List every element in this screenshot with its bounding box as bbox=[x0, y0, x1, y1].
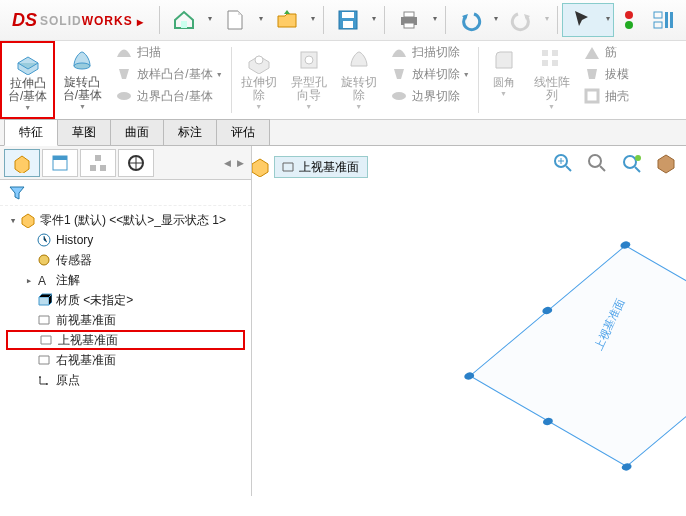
sweep-cut-icon bbox=[390, 43, 408, 61]
plane-icon bbox=[38, 332, 54, 348]
tree-top-plane[interactable]: 上视基准面 bbox=[6, 330, 245, 350]
extrude-cut-icon bbox=[245, 46, 273, 74]
app-logo: DS SOLIDWORKS ▸ bbox=[4, 10, 155, 31]
draft-button[interactable]: 拔模 bbox=[577, 63, 635, 85]
save-icon bbox=[336, 8, 360, 32]
redo-button[interactable] bbox=[502, 3, 554, 37]
svg-rect-23 bbox=[53, 156, 67, 160]
tab-features[interactable]: 特征 bbox=[4, 119, 58, 146]
dimxpert-icon bbox=[126, 153, 146, 173]
tree-origin[interactable]: 原点 bbox=[6, 370, 245, 390]
tree-root[interactable]: ▾ 零件1 (默认) <<默认>_显示状态 1> bbox=[6, 210, 245, 230]
origin-icon bbox=[36, 372, 52, 388]
svg-rect-3 bbox=[343, 21, 353, 28]
sweep-button[interactable]: 扫描 bbox=[109, 41, 228, 63]
view-tools bbox=[550, 150, 680, 176]
zoom-fit-button[interactable] bbox=[550, 150, 578, 176]
shell-icon bbox=[583, 87, 601, 105]
loft-button[interactable]: 放样凸台/基体▼ bbox=[109, 63, 228, 85]
tab-annotate[interactable]: 标注 bbox=[163, 119, 217, 145]
svg-point-12 bbox=[117, 92, 131, 100]
loft-cut-button[interactable]: 放样切除▼ bbox=[384, 63, 476, 85]
draft-icon bbox=[583, 65, 601, 83]
panel-tab-feature-tree[interactable] bbox=[4, 149, 40, 177]
tab-evaluate[interactable]: 评估 bbox=[216, 119, 270, 145]
hole-wizard-button[interactable]: 异型孔向导▼ bbox=[284, 41, 334, 119]
svg-rect-6 bbox=[404, 23, 414, 28]
svg-rect-21 bbox=[586, 90, 598, 102]
panel-tab-dimxpert[interactable] bbox=[118, 149, 154, 177]
tree-filter[interactable] bbox=[0, 180, 251, 206]
top-plane-graphic[interactable] bbox=[469, 245, 686, 467]
svg-rect-19 bbox=[542, 60, 548, 66]
zoom-fit-icon bbox=[552, 152, 576, 174]
traffic-indicator bbox=[622, 11, 636, 29]
linear-pattern-button[interactable]: 线性阵列▼ bbox=[527, 41, 577, 119]
shell-button[interactable]: 抽壳 bbox=[577, 85, 635, 107]
open-button[interactable] bbox=[267, 3, 319, 37]
prev-view-button[interactable] bbox=[618, 150, 646, 176]
sweep-cut-button[interactable]: 扫描切除 bbox=[384, 41, 476, 63]
panel-next[interactable]: ▶ bbox=[234, 156, 247, 170]
rib-icon bbox=[583, 43, 601, 61]
graphics-viewport[interactable]: 上视基准面 上视基准面 bbox=[252, 146, 686, 496]
property-icon bbox=[50, 153, 70, 173]
logo-works: WORKS bbox=[82, 14, 133, 28]
cursor-icon bbox=[570, 8, 594, 32]
boundary-cut-button[interactable]: 边界切除 bbox=[384, 85, 476, 107]
feature-manager-panel: ◀ ▶ ▾ 零件1 (默认) <<默认>_显示状态 1> History 传感器 bbox=[0, 146, 252, 496]
tree-history[interactable]: History bbox=[6, 230, 245, 250]
home-icon bbox=[172, 8, 196, 32]
print-button[interactable] bbox=[389, 3, 441, 37]
svg-point-13 bbox=[255, 56, 263, 64]
extrude-cut-button[interactable]: 拉伸切除▼ bbox=[234, 41, 284, 119]
tree-front-plane[interactable]: 前视基准面 bbox=[6, 310, 245, 330]
tree-material[interactable]: 材质 <未指定> bbox=[6, 290, 245, 310]
panel-icon bbox=[651, 8, 675, 32]
undo-button[interactable] bbox=[450, 3, 502, 37]
extrude-boss-button[interactable]: 拉伸凸台/基体 ▼ bbox=[0, 41, 55, 119]
prev-view-icon bbox=[620, 152, 644, 174]
svg-rect-26 bbox=[100, 165, 106, 171]
revolve-cut-button[interactable]: 旋转切除▼ bbox=[334, 41, 384, 119]
svg-rect-0 bbox=[181, 21, 187, 28]
command-tabs: 特征 草图 曲面 标注 评估 bbox=[0, 120, 686, 146]
boundary-button[interactable]: 边界凸台/基体 bbox=[109, 85, 228, 107]
breadcrumb-label: 上视基准面 bbox=[299, 159, 359, 176]
panel-tab-config[interactable] bbox=[80, 149, 116, 177]
zoom-area-button[interactable] bbox=[584, 150, 612, 176]
save-button[interactable] bbox=[328, 3, 380, 37]
home-button[interactable] bbox=[164, 3, 216, 37]
svg-point-29 bbox=[39, 255, 49, 265]
sensor-icon bbox=[36, 252, 52, 268]
open-icon bbox=[275, 8, 299, 32]
svg-rect-7 bbox=[654, 12, 662, 18]
tree-right-plane[interactable]: 右视基准面 bbox=[6, 350, 245, 370]
svg-point-11 bbox=[74, 63, 90, 69]
revolve-boss-button[interactable]: 旋转凸台/基体 ▼ bbox=[55, 41, 109, 119]
svg-rect-5 bbox=[404, 12, 414, 17]
part-icon bbox=[20, 212, 36, 228]
panel-tab-property[interactable] bbox=[42, 149, 78, 177]
tree-annotations[interactable]: ▸ A 注解 bbox=[6, 270, 245, 290]
config-icon bbox=[88, 153, 108, 173]
breadcrumb[interactable]: 上视基准面 bbox=[274, 156, 368, 178]
select-button[interactable] bbox=[562, 3, 614, 37]
rib-button[interactable]: 筋 bbox=[577, 41, 635, 63]
fillet-button[interactable]: 圆角▼ bbox=[481, 41, 527, 119]
breadcrumb-part-icon bbox=[252, 156, 275, 178]
tab-surface[interactable]: 曲面 bbox=[110, 119, 164, 145]
section-view-button[interactable] bbox=[652, 150, 680, 176]
pattern-icon bbox=[538, 46, 566, 74]
tree-sensors[interactable]: 传感器 bbox=[6, 250, 245, 270]
new-button[interactable] bbox=[216, 3, 268, 37]
svg-rect-25 bbox=[90, 165, 96, 171]
annotation-icon: A bbox=[36, 272, 52, 288]
svg-rect-18 bbox=[552, 50, 558, 56]
boundary-cut-icon bbox=[390, 87, 408, 105]
panel-toggle-button[interactable] bbox=[644, 3, 682, 37]
feature-tree: ▾ 零件1 (默认) <<默认>_显示状态 1> History 传感器 ▸ A… bbox=[0, 206, 251, 496]
panel-prev[interactable]: ◀ bbox=[221, 156, 234, 170]
tab-sketch[interactable]: 草图 bbox=[57, 119, 111, 145]
logo-dropdown[interactable]: ▸ bbox=[137, 15, 147, 25]
